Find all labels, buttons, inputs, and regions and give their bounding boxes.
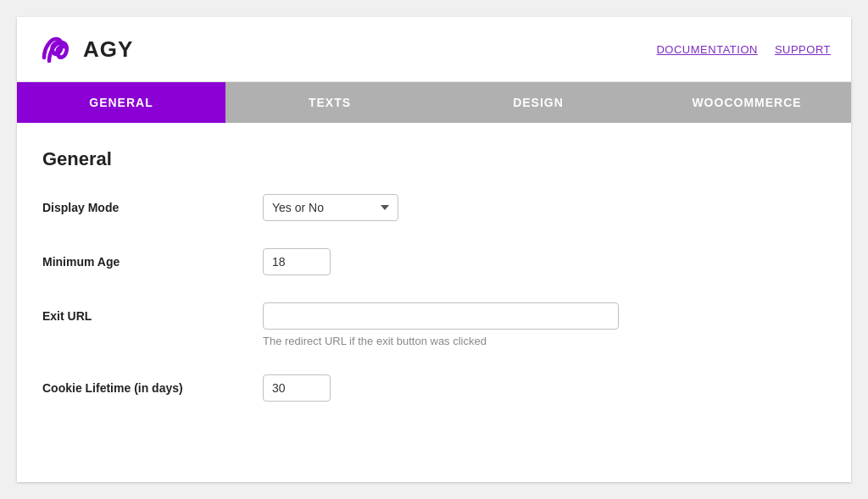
cookie-lifetime-row: Cookie Lifetime (in days)	[42, 374, 826, 408]
exit-url-row: Exit URL The redirect URL if the exit bu…	[42, 302, 826, 354]
logo-text: AGY	[83, 36, 133, 63]
cookie-lifetime-control	[263, 374, 826, 402]
page-wrapper: AGY DOCUMENTATION SUPPORT GENERAL TEXTS …	[17, 17, 851, 482]
logo-icon	[37, 30, 75, 68]
content-area: General Display Mode Yes or No Checkbox …	[17, 123, 851, 454]
tab-general[interactable]: GENERAL	[17, 82, 225, 123]
tab-woocommerce[interactable]: WOOCOMMERCE	[643, 82, 851, 123]
logo-area: AGY	[37, 30, 133, 68]
display-mode-row: Display Mode Yes or No Checkbox Button	[42, 194, 826, 228]
cookie-lifetime-input[interactable]	[263, 374, 331, 402]
section-title: General	[42, 148, 826, 170]
minimum-age-control	[263, 248, 826, 275]
exit-url-hint: The redirect URL if the exit button was …	[263, 335, 826, 347]
minimum-age-label: Minimum Age	[42, 248, 263, 269]
exit-url-input[interactable]	[263, 302, 619, 330]
cookie-lifetime-label: Cookie Lifetime (in days)	[42, 374, 263, 395]
tab-design[interactable]: DESIGN	[434, 82, 643, 123]
nav-tabs: GENERAL TEXTS DESIGN WOOCOMMERCE	[17, 82, 851, 123]
display-mode-control: Yes or No Checkbox Button	[263, 194, 826, 221]
tab-texts[interactable]: TEXTS	[225, 82, 434, 123]
header: AGY DOCUMENTATION SUPPORT	[17, 17, 851, 82]
exit-url-control: The redirect URL if the exit button was …	[263, 302, 826, 347]
minimum-age-row: Minimum Age	[42, 248, 826, 282]
header-links: DOCUMENTATION SUPPORT	[656, 43, 831, 56]
support-link[interactable]: SUPPORT	[775, 43, 831, 56]
display-mode-select[interactable]: Yes or No Checkbox Button	[263, 194, 398, 221]
documentation-link[interactable]: DOCUMENTATION	[656, 43, 757, 56]
minimum-age-input[interactable]	[263, 248, 331, 275]
display-mode-label: Display Mode	[42, 194, 263, 214]
exit-url-label: Exit URL	[42, 302, 263, 323]
